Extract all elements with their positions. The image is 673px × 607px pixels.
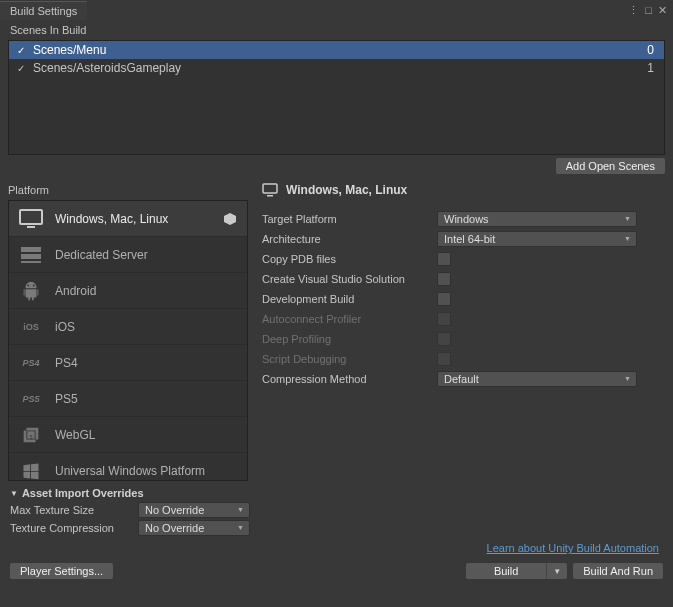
platform-label: Android [55,284,237,298]
platform-item-ios[interactable]: iOS iOS [9,309,247,345]
script-debugging-checkbox [437,352,451,366]
field-label: Texture Compression [10,522,138,534]
webgl-icon: 5 [19,424,43,446]
detail-header: Windows, Mac, Linux [262,183,665,197]
architecture-dropdown[interactable]: Intel 64-bit [437,231,637,247]
copy-pdb-checkbox[interactable] [437,252,451,266]
build-button[interactable]: Build [466,563,546,579]
platform-item-dedicated-server[interactable]: Dedicated Server [9,237,247,273]
platform-label: Windows, Mac, Linux [55,212,211,226]
player-settings-button[interactable]: Player Settings... [10,563,113,579]
svg-rect-9 [263,184,277,193]
field-vs-solution: Create Visual Studio Solution [262,269,665,289]
detail-title: Windows, Mac, Linux [286,183,407,197]
svg-text:5: 5 [29,433,32,439]
checkmark-icon[interactable]: ✓ [15,44,27,56]
triangle-down-icon: ▼ [10,489,18,498]
field-label: Compression Method [262,373,437,385]
compression-dropdown[interactable]: Default [437,371,637,387]
window-controls: ⋮ □ ✕ [628,4,673,17]
add-open-scenes-button[interactable]: Add Open Scenes [556,158,665,174]
svg-rect-0 [20,210,42,224]
field-label: Max Texture Size [10,504,138,516]
field-label: Target Platform [262,213,437,225]
build-split-button: Build ▼ [466,563,567,579]
platform-label: Dedicated Server [55,248,237,262]
platform-label: WebGL [55,428,237,442]
platform-item-standalone[interactable]: Windows, Mac, Linux [9,201,247,237]
texture-compression-dropdown[interactable]: No Override [138,520,250,536]
build-button-dropdown[interactable]: ▼ [546,563,567,579]
android-icon [19,280,43,302]
svg-point-7 [33,284,35,286]
svg-rect-5 [21,261,41,263]
scene-index: 0 [647,43,658,57]
close-icon[interactable]: ✕ [658,4,667,17]
field-label: Script Debugging [262,353,437,365]
menu-icon[interactable]: ⋮ [628,4,639,17]
svg-rect-10 [267,195,273,197]
svg-rect-3 [21,247,41,252]
svg-marker-2 [224,213,236,225]
field-max-texture: Max Texture Size No Override [10,501,663,519]
platform-item-webgl[interactable]: 5 WebGL [9,417,247,453]
field-target-platform: Target Platform Windows [262,209,665,229]
titlebar: Build Settings ⋮ □ ✕ [0,0,673,20]
field-label: Architecture [262,233,437,245]
scene-name: Scenes/AsteroidsGameplay [33,61,647,75]
scene-name: Scenes/Menu [33,43,647,57]
popout-icon[interactable]: □ [645,4,652,17]
platform-item-ps5[interactable]: PS5 PS5 [9,381,247,417]
scene-row[interactable]: ✓ Scenes/Menu 0 [9,41,664,59]
platform-label: Universal Windows Platform [55,464,237,478]
platform-label: PS4 [55,356,237,370]
field-copy-pdb: Copy PDB files [262,249,665,269]
dev-build-checkbox[interactable] [437,292,451,306]
max-texture-dropdown[interactable]: No Override [138,502,250,518]
scenes-list[interactable]: ✓ Scenes/Menu 0 ✓ Scenes/AsteroidsGamepl… [8,40,665,155]
platform-label: PS5 [55,392,237,406]
vs-solution-checkbox[interactable] [437,272,451,286]
scenes-header: Scenes In Build [0,20,673,40]
window-tab[interactable]: Build Settings [0,1,87,20]
svg-rect-1 [27,226,35,228]
scene-index: 1 [647,61,658,75]
field-label: Copy PDB files [262,253,437,265]
ps5-icon: PS5 [19,388,43,410]
field-script-debugging: Script Debugging [262,349,665,369]
scene-row[interactable]: ✓ Scenes/AsteroidsGameplay 1 [9,59,664,77]
build-and-run-button[interactable]: Build And Run [573,563,663,579]
platform-header: Platform [8,182,248,200]
field-texture-compression: Texture Compression No Override [10,519,663,537]
field-compression: Compression Method Default [262,369,665,389]
field-autoconnect-profiler: Autoconnect Profiler [262,309,665,329]
field-label: Autoconnect Profiler [262,313,437,325]
windows-icon [19,460,43,482]
platform-label: iOS [55,320,237,334]
overrides-title: Asset Import Overrides [22,487,144,499]
field-architecture: Architecture Intel 64-bit [262,229,665,249]
target-platform-dropdown[interactable]: Windows [437,211,637,227]
field-label: Deep Profiling [262,333,437,345]
svg-point-6 [27,284,29,286]
deep-profiling-checkbox [437,332,451,346]
field-deep-profiling: Deep Profiling [262,329,665,349]
ios-icon: iOS [19,316,43,338]
server-icon [19,244,43,266]
field-dev-build: Development Build [262,289,665,309]
platform-list: Windows, Mac, Linux Dedicated Server And… [8,200,248,481]
checkmark-icon[interactable]: ✓ [15,62,27,74]
field-label: Development Build [262,293,437,305]
monitor-icon [262,183,278,197]
platform-item-ps4[interactable]: PS4 PS4 [9,345,247,381]
ps4-icon: PS4 [19,352,43,374]
platform-item-android[interactable]: Android [9,273,247,309]
overrides-header[interactable]: ▼ Asset Import Overrides [10,487,663,499]
svg-rect-4 [21,254,41,259]
unity-icon [223,212,237,226]
platform-item-uwp[interactable]: Universal Windows Platform [9,453,247,481]
monitor-icon [19,208,43,230]
field-label: Create Visual Studio Solution [262,273,437,285]
autoconnect-profiler-checkbox [437,312,451,326]
build-automation-link[interactable]: Learn about Unity Build Automation [487,542,659,554]
